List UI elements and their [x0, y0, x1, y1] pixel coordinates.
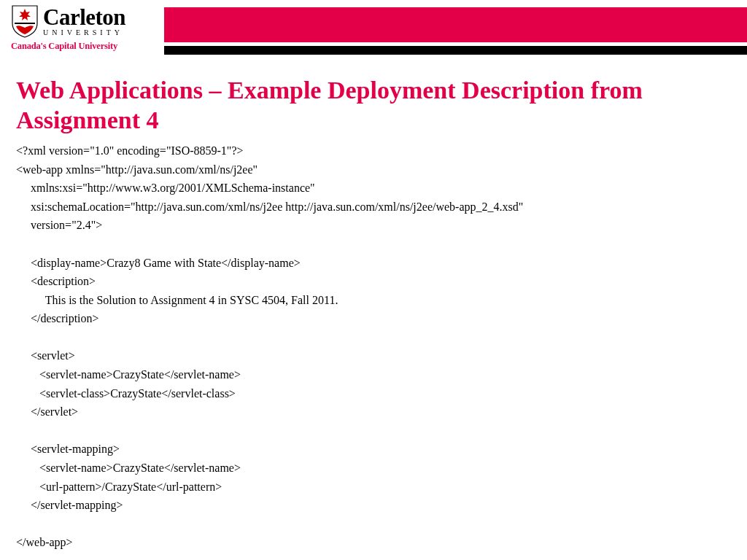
content: Web Applications – Example Deployment De… — [0, 55, 747, 552]
code-line: xsi:schemaLocation="http://java.sun.com/… — [16, 201, 523, 213]
code-line: <description> — [16, 275, 96, 287]
code-line: This is the Solution to Assignment 4 in … — [16, 294, 338, 306]
logo-block: Carleton UNIVERSITY Canada's Capital Uni… — [0, 4, 157, 52]
logo-row: Carleton UNIVERSITY — [11, 4, 157, 38]
code-line: xmlns:xsi="http://www.w3.org/2001/XMLSch… — [16, 182, 315, 194]
page-title: Web Applications – Example Deployment De… — [16, 75, 731, 136]
code-block: <?xml version="1.0" encoding="ISO-8859-1… — [16, 141, 731, 552]
code-line: <servlet-name>CrazyState</servlet-name> — [16, 368, 241, 381]
code-line: <servlet> — [16, 349, 75, 362]
code-line: </servlet-mapping> — [16, 499, 123, 511]
code-line: <servlet-mapping> — [16, 443, 120, 455]
code-line: <servlet-name>CrazyState</servlet-name> — [16, 462, 241, 474]
wordmark: Carleton UNIVERSITY — [43, 6, 125, 36]
code-line: </description> — [16, 312, 99, 324]
code-line: <url-pattern>/CrazyState</url-pattern> — [16, 481, 222, 493]
header: Carleton UNIVERSITY Canada's Capital Uni… — [0, 0, 747, 55]
code-line: </web-app> — [16, 536, 73, 548]
banner-red-bar — [164, 7, 747, 42]
code-line: <web-app xmlns="http://java.sun.com/xml/… — [16, 163, 258, 176]
wordmark-sub: UNIVERSITY — [43, 29, 125, 36]
code-line: <display-name>Crazy8 Game with State</di… — [16, 257, 301, 269]
wordmark-main: Carleton — [43, 6, 125, 28]
code-line: <?xml version="1.0" encoding="ISO-8859-1… — [16, 144, 244, 157]
code-line: version="2.4"> — [16, 219, 102, 231]
code-line: </servlet> — [16, 405, 78, 418]
tagline: Canada's Capital University — [11, 41, 157, 52]
shield-icon — [11, 4, 39, 38]
code-line: <servlet-class>CrazyState</servlet-class… — [16, 387, 236, 400]
banner-black-bar — [164, 46, 747, 55]
banner — [164, 7, 747, 55]
